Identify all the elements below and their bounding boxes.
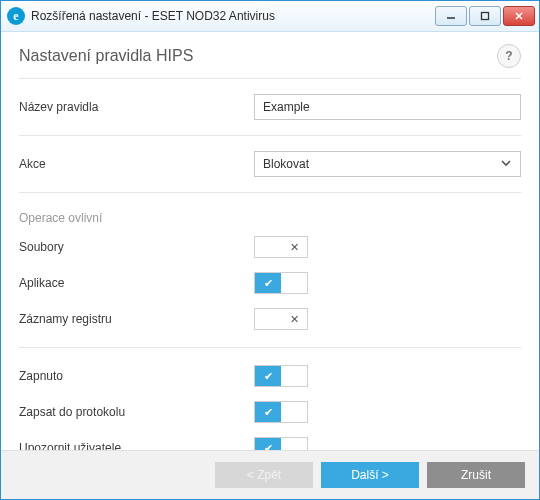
toggle-enabled-label: Zapnuto (19, 369, 254, 383)
check-icon: ✔ (264, 277, 273, 290)
check-icon: ✔ (264, 442, 273, 451)
row-toggle-files: Soubory ✔ ✕ (19, 229, 521, 265)
window: e Rozšířená nastavení - ESET NOD32 Antiv… (0, 0, 540, 500)
toggle-apps-label: Aplikace (19, 276, 254, 290)
svg-rect-1 (482, 13, 489, 20)
rule-name-input[interactable] (254, 94, 521, 120)
titlebar: e Rozšířená nastavení - ESET NOD32 Antiv… (1, 1, 539, 32)
toggle-apps[interactable]: ✔ ✕ (254, 272, 308, 294)
row-toggle-notify: Upozornit uživatele ✔ ✕ (19, 430, 521, 450)
toggle-registry[interactable]: ✔ ✕ (254, 308, 308, 330)
check-icon: ✔ (264, 406, 273, 419)
divider (19, 135, 521, 136)
app-icon: e (7, 7, 25, 25)
footer: < Zpět Další > Zrušit (1, 450, 539, 499)
toggle-files[interactable]: ✔ ✕ (254, 236, 308, 258)
action-label: Akce (19, 157, 254, 171)
toggle-notify[interactable]: ✔ ✕ (254, 437, 308, 450)
cancel-button[interactable]: Zrušit (427, 462, 525, 488)
toggle-notify-label: Upozornit uživatele (19, 441, 254, 450)
toggle-registry-label: Záznamy registru (19, 312, 254, 326)
divider (19, 78, 521, 79)
row-rule-name: Název pravidla (19, 89, 521, 125)
divider (19, 192, 521, 193)
page-header: Nastavení pravidla HIPS ? (19, 44, 521, 68)
toggle-files-label: Soubory (19, 240, 254, 254)
window-controls (435, 6, 535, 26)
row-toggle-enabled: Zapnuto ✔ ✕ (19, 358, 521, 394)
action-select[interactable]: Blokovat (254, 151, 521, 177)
check-icon: ✔ (264, 370, 273, 383)
row-toggle-log: Zapsat do protokolu ✔ ✕ (19, 394, 521, 430)
page-title: Nastavení pravidla HIPS (19, 47, 193, 65)
action-select-value: Blokovat (263, 157, 309, 171)
toggle-log-label: Zapsat do protokolu (19, 405, 254, 419)
row-action: Akce Blokovat (19, 146, 521, 182)
window-title: Rozšířená nastavení - ESET NOD32 Antivir… (31, 9, 435, 23)
next-button[interactable]: Další > (321, 462, 419, 488)
back-button: < Zpět (215, 462, 313, 488)
x-icon: ✕ (290, 241, 299, 254)
divider (19, 347, 521, 348)
toggle-log[interactable]: ✔ ✕ (254, 401, 308, 423)
row-toggle-apps: Aplikace ✔ ✕ (19, 265, 521, 301)
help-button[interactable]: ? (497, 44, 521, 68)
section-operations-label: Operace ovlivní (19, 203, 521, 229)
x-icon: ✕ (290, 313, 299, 326)
toggle-enabled[interactable]: ✔ ✕ (254, 365, 308, 387)
row-toggle-registry: Záznamy registru ✔ ✕ (19, 301, 521, 337)
chevron-down-icon (500, 157, 512, 172)
minimize-button[interactable] (435, 6, 467, 26)
maximize-button[interactable] (469, 6, 501, 26)
content-area: Nastavení pravidla HIPS ? Název pravidla… (1, 32, 539, 450)
rule-name-label: Název pravidla (19, 100, 254, 114)
close-button[interactable] (503, 6, 535, 26)
